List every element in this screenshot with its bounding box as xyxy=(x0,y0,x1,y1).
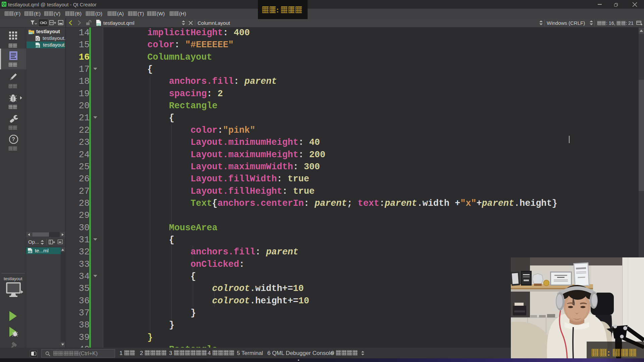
svg-text:qml: qml xyxy=(28,251,31,253)
svg-text:qml: qml xyxy=(97,23,100,26)
svg-text:qml: qml xyxy=(36,45,39,47)
svg-text:?: ? xyxy=(12,136,15,142)
svg-text:qml: qml xyxy=(29,32,32,34)
